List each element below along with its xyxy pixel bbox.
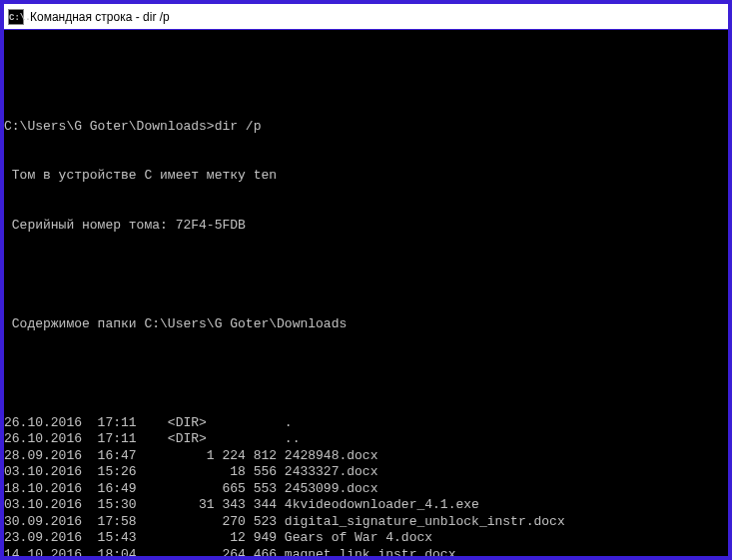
dir-entries: 26.10.2016 17:11 <DIR> .26.10.2016 17:11… <box>4 415 728 557</box>
prompt: C:\Users\G Goter\Downloads> <box>4 119 215 134</box>
dir-of-line: Содержимое папки C:\Users\G Goter\Downlo… <box>4 316 728 333</box>
blank-line <box>4 267 728 283</box>
blank-line <box>4 69 728 86</box>
dir-entry: 26.10.2016 17:11 <DIR> . <box>4 415 728 432</box>
dir-entry: 30.09.2016 17:58 270 523 digital_signatu… <box>4 514 728 531</box>
window-title: Командная строка - dir /p <box>30 10 170 24</box>
serial-line: Серийный номер тома: 72F4-5FDB <box>4 218 728 235</box>
dir-entry: 03.10.2016 15:30 31 343 344 4kvideodownl… <box>4 497 728 514</box>
dir-entry: 03.10.2016 15:26 18 556 2433327.docx <box>4 464 728 481</box>
dir-entry: 26.10.2016 17:11 <DIR> .. <box>4 431 728 448</box>
cmd-icon: C:\. <box>8 9 24 25</box>
dir-entry: 14.10.2016 18:04 264 466 magnet_link_ins… <box>4 547 728 557</box>
dir-entry: 18.10.2016 16:49 665 553 2453099.docx <box>4 481 728 498</box>
terminal-output[interactable]: C:\Users\G Goter\Downloads>dir /p Том в … <box>4 30 728 556</box>
command: dir /p <box>215 119 262 134</box>
dir-entry: 28.09.2016 16:47 1 224 812 2428948.docx <box>4 448 728 465</box>
blank-line <box>4 365 728 382</box>
dir-entry: 23.09.2016 15:43 12 949 Gears of War 4.d… <box>4 530 728 547</box>
prompt-line: C:\Users\G Goter\Downloads>dir /p <box>4 119 728 136</box>
titlebar[interactable]: C:\. Командная строка - dir /p <box>4 4 728 30</box>
command-prompt-window: C:\. Командная строка - dir /p C:\Users\… <box>0 0 732 560</box>
volume-line: Том в устройстве C имеет метку ten <box>4 168 728 185</box>
